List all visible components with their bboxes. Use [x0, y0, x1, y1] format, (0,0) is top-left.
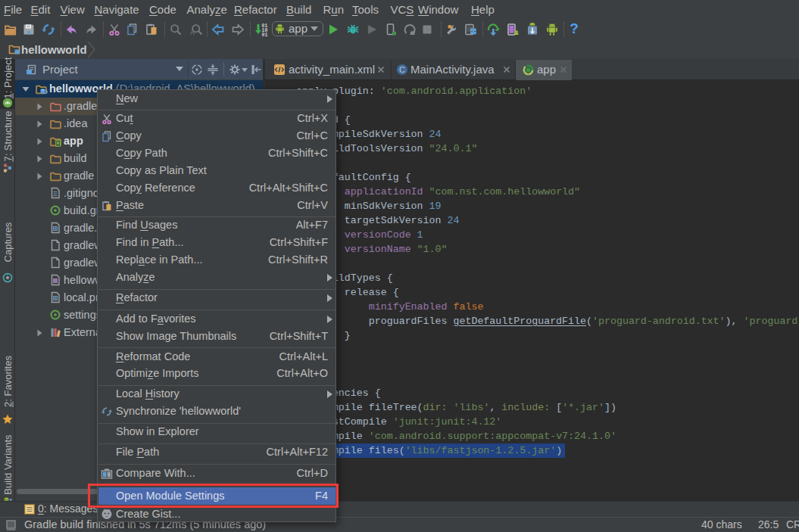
svg-text:C: C — [399, 65, 405, 74]
svg-text:A: A — [190, 29, 195, 36]
svg-text:01: 01 — [261, 33, 267, 38]
